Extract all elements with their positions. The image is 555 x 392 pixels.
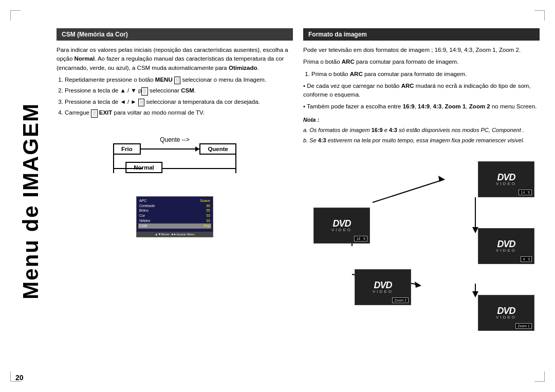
steps-list: Repetidamente pressione o botão MENU ░ s… bbox=[57, 76, 293, 118]
menu-contraste-value: 90 bbox=[206, 203, 210, 209]
menu-row-brilno: Brilno 55 bbox=[138, 208, 211, 213]
note-a: a. Os formatos de imagem 16:9 e 4:3 só e… bbox=[303, 126, 540, 135]
note-b: b. Se 4:3 estiverem na tela por muito te… bbox=[303, 136, 540, 145]
right-instruction1: Prima o botão ARC para comutar para form… bbox=[303, 58, 540, 66]
right-step-1: Prima o botão ARC para comutar para form… bbox=[311, 70, 540, 79]
dvd-diagram: DVD VIDEO 16 : 9 DVD VIDEO 14 : 9 DVD VI… bbox=[303, 156, 540, 315]
menu-apc-value: Suave bbox=[200, 198, 210, 203]
left-column: CSM (Memória da Cor) Para indicar os val… bbox=[57, 28, 293, 366]
right-steps: Prima o botão ARC para comutar para form… bbox=[303, 70, 540, 79]
step-2: Pressione a tecla de ▲ / ▼ p░ selecciona… bbox=[65, 86, 293, 96]
menu-screenshot: APC Suave Contraste 90 Brilno 55 Cor 53 bbox=[136, 196, 213, 237]
menu-brilno-value: 55 bbox=[206, 208, 210, 213]
right-v-line bbox=[235, 155, 236, 173]
menu-nitidez-label: Nitidez bbox=[139, 218, 150, 223]
menu-row-csm: CSM Frio bbox=[138, 223, 211, 229]
menu-row-nitidez: Nitidez 33 bbox=[138, 218, 211, 223]
normal-bold: Normal bbox=[75, 55, 95, 62]
menu-bar-text: ▲▼Mover ◄►Ajustar Menu bbox=[155, 233, 194, 236]
bullet-1: • De cada vez que carregar no botão ARC … bbox=[303, 82, 540, 100]
page-title: Menu de IMAGEM bbox=[18, 103, 43, 300]
corner-mark-tl-h bbox=[10, 10, 21, 11]
corner-mark-tr-v bbox=[544, 10, 545, 21]
step-3: Pressione a tecla de ◄ / ► ░ seleccionar… bbox=[65, 98, 293, 107]
dvd-thumb-14-9: DVD VIDEO 14 : 9 bbox=[478, 161, 534, 197]
dvd-label-zoom2: Zoom 2 bbox=[392, 297, 409, 303]
left-section-body: Para indicar os valores pelas iniciais (… bbox=[57, 46, 293, 121]
corner-mark-br-h bbox=[534, 381, 545, 382]
menu-csm-value: Frio bbox=[204, 223, 210, 229]
bullet-2: • Também pode fazer a escolha entre 16:9… bbox=[303, 102, 540, 111]
menu-cor-value: 53 bbox=[206, 213, 210, 218]
menu-contraste-label: Contraste bbox=[139, 203, 155, 209]
svg-line-0 bbox=[373, 179, 445, 202]
menu-csm-label: CSM bbox=[139, 223, 147, 229]
dvd-label-14-9: 14 : 9 bbox=[519, 190, 532, 195]
vertical-title: Menu de IMAGEM bbox=[15, 41, 46, 361]
right-section-header: Formato da imagem bbox=[303, 28, 540, 41]
right-column: Formato da imagem Pode ver televisão em … bbox=[303, 28, 540, 366]
dvd-thumb-16-9: DVD VIDEO 16 : 9 bbox=[313, 208, 370, 244]
dvd-label-zoom1: Zoom 1 bbox=[515, 323, 532, 329]
dvd-label-16-9: 16 : 9 bbox=[354, 236, 367, 241]
page-number: 20 bbox=[15, 374, 24, 382]
corner-mark-tl-v bbox=[10, 10, 11, 21]
bottom-h-line-left bbox=[113, 168, 142, 169]
dvd-label-4-3: 4 : 3 bbox=[521, 256, 532, 262]
dvd-thumb-zoom2: DVD VIDEO Zoom 2 bbox=[355, 269, 411, 305]
svg-marker-5 bbox=[415, 282, 421, 288]
menu-apc-label: APC bbox=[139, 198, 146, 203]
menu-cor-label: Cor bbox=[139, 213, 145, 218]
dvd-thumb-zoom1: DVD VIDEO Zoom 1 bbox=[478, 295, 534, 331]
normal-row-container: Normal bbox=[113, 155, 236, 173]
top-arrow-row: Frio Quente bbox=[113, 143, 236, 155]
normal-box: Normal bbox=[125, 162, 162, 173]
step-1: Repetidamente pressione o botão MENU ░ s… bbox=[65, 76, 293, 85]
note-section: Nota : a. Os formatos de imagem 16:9 e 4… bbox=[303, 116, 540, 145]
corner-mark-br-v bbox=[544, 371, 545, 382]
menu-bar-bottom: ▲▼Mover ◄►Ajustar Menu bbox=[137, 232, 213, 237]
right-intro: Pode ver televisão em dois formatos de i… bbox=[303, 46, 540, 54]
menu-inner: APC Suave Contraste 90 Brilno 55 Cor 53 bbox=[137, 197, 213, 230]
corner-mark-tr-h bbox=[534, 10, 545, 11]
menu-brilno-label: Brilno bbox=[139, 208, 149, 213]
menu-row-apc: APC Suave bbox=[138, 198, 211, 203]
temperature-diagram: Quente --> Frio Quente Normal bbox=[57, 136, 293, 173]
menu-nitidez-value: 33 bbox=[206, 218, 210, 223]
corner-mark-bl-v bbox=[10, 371, 11, 382]
frio-box: Frio bbox=[113, 143, 141, 155]
frio-to-quente-arrow bbox=[141, 148, 200, 150]
step-4: Carregue ░ EXIT para voltar ao modo norm… bbox=[65, 108, 293, 118]
quente-box: Quente bbox=[199, 143, 236, 155]
svg-marker-1 bbox=[438, 176, 445, 182]
right-section-body: Pode ver televisão em dois formatos de i… bbox=[303, 46, 540, 146]
menu-row-contraste: Contraste 90 bbox=[138, 203, 211, 209]
left-v-line bbox=[113, 155, 114, 173]
note-title: Nota : bbox=[303, 116, 540, 124]
dvd-thumb-4-3: DVD VIDEO 4 : 3 bbox=[478, 228, 534, 264]
otimizado-bold: Otimizado bbox=[229, 65, 257, 71]
menu-row-cor: Cor 53 bbox=[138, 213, 211, 218]
left-intro-text: Para indicar os valores pelas iniciais (… bbox=[57, 46, 293, 72]
left-section-header: CSM (Memória da Cor) bbox=[57, 28, 293, 41]
